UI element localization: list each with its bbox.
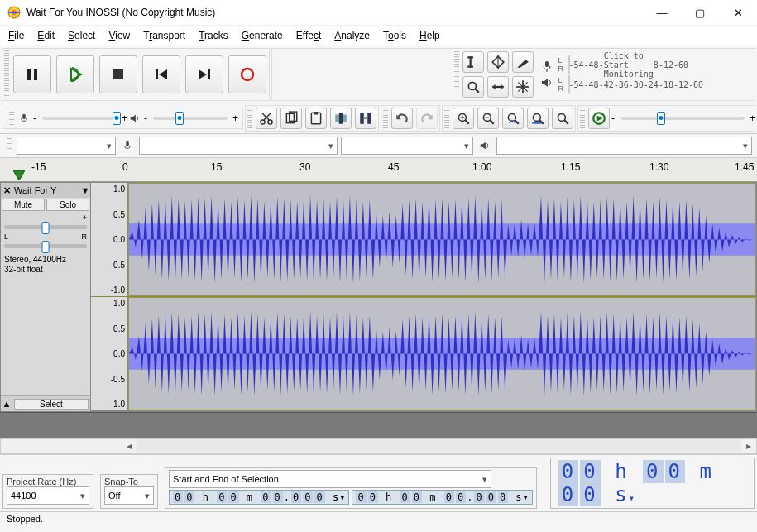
track-close-button[interactable]: ✕ — [1, 185, 12, 196]
recording-channels-combo[interactable] — [341, 137, 473, 155]
track-control-panel: ✕ Wait For Y ▼ Mute Solo -+ LR Stereo, 4… — [1, 183, 91, 411]
horizontal-scrollbar[interactable]: ◂▸ — [0, 438, 757, 454]
svg-marker-9 — [199, 69, 207, 79]
track-menu-button[interactable]: ▼ — [80, 185, 90, 195]
zoom-toggle-button[interactable] — [552, 108, 573, 129]
menu-select[interactable]: Select — [63, 27, 100, 44]
fit-project-button[interactable] — [527, 108, 549, 129]
menu-help[interactable]: Help — [414, 27, 445, 44]
menu-file[interactable]: File — [3, 27, 29, 44]
multi-tool-button[interactable] — [512, 76, 534, 98]
playback-meter[interactable]: -54-48-42-36-30-24-18-12-60 — [568, 75, 570, 93]
window-close-button[interactable]: ✕ — [719, 0, 757, 25]
vertical-scale-right[interactable]: 1.00.50.0-0.5-1.0 — [91, 297, 128, 410]
selection-end-time[interactable]: 00 h 00 m 00.000 s▾ — [352, 490, 532, 505]
waveform-left-channel[interactable] — [128, 183, 756, 296]
status-bar: Stopped. — [0, 511, 757, 532]
pause-button[interactable] — [13, 55, 51, 93]
svg-line-55 — [515, 120, 519, 124]
mic-icon — [539, 58, 555, 74]
svg-point-31 — [261, 120, 265, 124]
trim-button[interactable] — [330, 108, 352, 129]
menu-edit[interactable]: Edit — [32, 27, 60, 44]
track-name[interactable]: Wait For Y — [12, 185, 80, 195]
snap-to-label: Snap-To — [104, 477, 154, 486]
redo-button[interactable] — [416, 108, 438, 129]
timeline-ruler[interactable]: -15 0 15 30 45 1:00 1:15 1:30 1:45 — [0, 158, 757, 182]
svg-marker-64 — [481, 142, 486, 150]
svg-rect-7 — [156, 69, 158, 79]
track-area-empty[interactable] — [0, 412, 757, 438]
selection-mode-combo[interactable]: Start and End of Selection — [169, 470, 491, 488]
svg-rect-26 — [545, 61, 549, 67]
speaker-slider-icon — [127, 110, 143, 127]
play-at-speed-button[interactable] — [588, 108, 610, 129]
silence-button[interactable] — [355, 108, 376, 129]
menu-bar: File Edit Select View Transport Tracks G… — [0, 26, 757, 46]
svg-marker-30 — [131, 115, 136, 122]
menu-view[interactable]: View — [103, 27, 135, 44]
menu-effect[interactable]: Effect — [291, 27, 326, 44]
svg-rect-43 — [367, 113, 371, 124]
zoom-out-button[interactable] — [477, 108, 499, 129]
cut-button[interactable] — [256, 108, 277, 129]
copy-button[interactable] — [280, 108, 302, 129]
svg-rect-41 — [339, 113, 343, 124]
svg-line-48 — [465, 120, 469, 124]
selection-tool-button[interactable] — [462, 51, 484, 73]
svg-point-59 — [558, 113, 565, 121]
record-button[interactable] — [228, 55, 266, 93]
menu-transport[interactable]: Transport — [138, 27, 190, 44]
selection-start-time[interactable]: 00 h 00 m 00.000 s▾ — [169, 490, 349, 505]
pan-slider[interactable] — [4, 244, 87, 248]
audio-position-display[interactable]: 00 h 00 m 00 s▾ — [550, 458, 755, 509]
recording-meter[interactable]: -54-48- Click to Start Monitoring 8-12-6… — [568, 55, 570, 74]
skip-end-button[interactable] — [185, 55, 223, 93]
svg-marker-65 — [13, 170, 25, 180]
menu-tracks[interactable]: Tracks — [194, 27, 233, 44]
skip-start-button[interactable] — [142, 55, 180, 93]
solo-button[interactable]: Solo — [46, 199, 89, 211]
menu-analyze[interactable]: Analyze — [329, 27, 375, 44]
menu-generate[interactable]: Generate — [237, 27, 288, 44]
svg-point-11 — [242, 69, 253, 80]
fit-selection-button[interactable] — [502, 108, 524, 129]
undo-button[interactable] — [391, 108, 413, 129]
zoom-tool-button[interactable] — [462, 76, 484, 98]
recording-volume-slider[interactable] — [42, 117, 117, 120]
svg-rect-39 — [335, 115, 339, 122]
gain-slider[interactable] — [4, 225, 87, 229]
window-minimize-button[interactable]: — — [643, 0, 681, 25]
draw-tool-button[interactable] — [512, 51, 534, 73]
mute-button[interactable]: Mute — [2, 199, 45, 211]
window-maximize-button[interactable]: ▢ — [681, 0, 719, 25]
envelope-tool-button[interactable] — [487, 51, 509, 73]
project-rate-combo[interactable]: 44100 — [7, 486, 89, 505]
playback-volume-slider[interactable] — [153, 117, 228, 120]
zoom-in-button[interactable] — [453, 108, 474, 129]
svg-rect-13 — [467, 56, 473, 58]
snap-to-combo[interactable]: Off — [104, 486, 154, 505]
playback-device-combo[interactable] — [496, 137, 752, 155]
svg-rect-63 — [126, 141, 129, 146]
play-button[interactable] — [56, 55, 94, 93]
svg-rect-2 — [8, 12, 20, 13]
status-text: Stopped. — [7, 514, 43, 524]
paste-button[interactable] — [305, 108, 327, 129]
play-speed-slider[interactable] — [621, 117, 745, 120]
timeshift-tool-button[interactable] — [487, 76, 509, 98]
svg-marker-8 — [159, 69, 167, 79]
audio-host-combo[interactable] — [17, 137, 116, 155]
svg-point-17 — [468, 82, 476, 89]
track-collapse-button[interactable]: ▲ — [1, 399, 12, 409]
menu-tools[interactable]: Tools — [378, 27, 411, 44]
track-select-button[interactable]: Select — [14, 399, 89, 410]
vertical-scale-left[interactable]: 1.00.50.0-0.5-1.0 — [91, 183, 128, 296]
window-title: Wait For You INOSSI (No Copyright Music) — [26, 7, 215, 18]
recording-device-combo[interactable] — [139, 137, 338, 155]
svg-rect-14 — [467, 66, 473, 68]
svg-rect-38 — [314, 112, 319, 114]
waveform-right-channel[interactable] — [128, 297, 756, 410]
stop-button[interactable] — [99, 55, 137, 93]
svg-marker-62 — [597, 116, 603, 122]
